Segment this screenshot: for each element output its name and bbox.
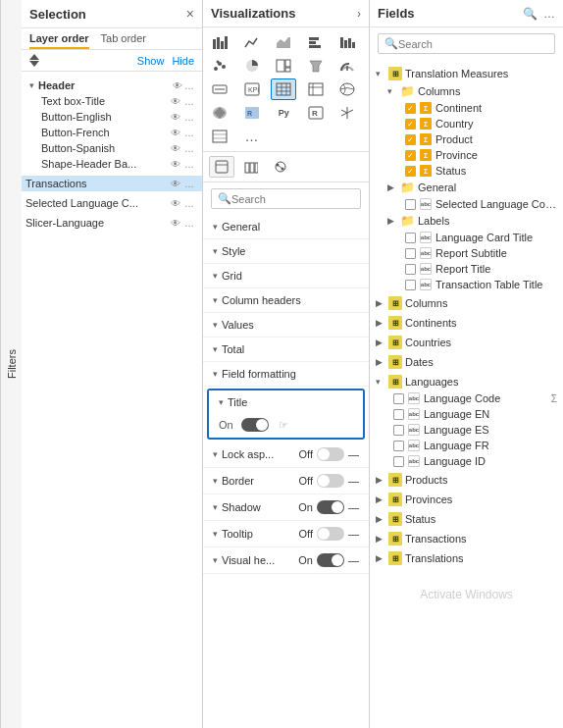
checkbox-status[interactable] [405,166,416,177]
viz-icon-more[interactable]: … [239,126,265,147]
title-toggle-switch[interactable] [241,418,269,432]
viz-icon-funnel[interactable] [303,55,329,77]
fields-search-icon[interactable]: 🔍 [523,7,537,21]
checkbox-language-es[interactable] [393,425,404,436]
selection-panel-close[interactable]: × [186,6,194,22]
format-section-values-header[interactable]: ▾ Values [203,313,369,337]
tree-item-country[interactable]: Σ Country [382,116,563,131]
format-analytics-icon[interactable] [268,156,293,178]
viz-icon-treemap[interactable] [271,55,296,77]
tree-group-header-languages[interactable]: ▾ ⊞ Languages [370,373,563,390]
tree-item-selected-language-code[interactable]: abc Selected Language Code [382,196,563,212]
format-section-border-header[interactable]: ▾ Border Off — [203,468,369,494]
viz-icon-card[interactable] [207,78,232,100]
tree-item-continent[interactable]: Σ Continent [382,100,563,116]
checkbox-report-subtitle[interactable] [405,248,416,259]
format-section-column-headers-header[interactable]: ▾ Column headers [203,288,369,312]
tree-group-header-columns-folder[interactable]: ▾ 📁 Columns [382,82,563,100]
format-section-lock-header[interactable]: ▾ Lock asp... Off — [203,442,369,467]
tree-item-language-fr[interactable]: abc Language FR [370,438,563,453]
viz-icon-bar2[interactable] [303,31,329,53]
visual-header-toggle[interactable] [317,553,344,567]
viz-icon-matrix[interactable] [303,78,329,100]
viz-icon-gauge[interactable] [334,55,360,77]
checkbox-province[interactable] [405,150,416,161]
format-section-grid-header[interactable]: ▾ Grid [203,264,369,287]
tab-layer-order[interactable]: Layer order [29,32,89,49]
format-section-field-formatting-header[interactable]: ▾ Field formatting [203,362,369,386]
viz-icon-r-script[interactable]: R [303,102,329,124]
tree-item-product[interactable]: Σ Product [382,131,563,147]
tree-item-status[interactable]: Σ Status [382,163,563,179]
tree-group-header-translation-measures[interactable]: ▾ ⊞ Translation Measures [370,65,563,82]
tree-group-header-countries[interactable]: ▶ ⊞ Countries [370,334,563,351]
viz-search-box[interactable]: 🔍 [211,188,361,209]
viz-icon-area[interactable] [271,31,296,53]
filters-sidebar[interactable]: Filters [0,0,22,728]
fields-more-icon[interactable]: … [543,7,555,21]
checkbox-language-code[interactable] [393,393,404,404]
fields-search-input[interactable] [398,38,548,50]
viz-icon-decomp[interactable] [334,102,360,124]
border-toggle[interactable] [317,474,344,488]
checkbox-report-title[interactable] [405,264,416,275]
shadow-toggle[interactable] [317,500,344,514]
viz-icon-map[interactable] [334,78,360,100]
viz-icon-python[interactable]: Py [271,102,296,124]
tree-item-transaction-table-title[interactable]: abc Transaction Table Title [382,277,563,292]
tree-item-report-subtitle[interactable]: abc Report Subtitle [382,245,563,261]
format-section-shadow-header[interactable]: ▾ Shadow On — [203,494,369,520]
tree-item-province[interactable]: Σ Province [382,147,563,163]
checkbox-country[interactable] [405,119,416,130]
viz-icon-scatter[interactable] [207,55,232,77]
tree-item-report-title[interactable]: abc Report Title [382,261,563,277]
sort-arrow-up[interactable] [29,54,39,60]
checkbox-language-en[interactable] [393,409,404,420]
tab-tab-order[interactable]: Tab order [101,32,146,49]
tree-item-language-es[interactable]: abc Language ES [370,422,563,438]
format-section-visual-header-row[interactable]: ▾ Visual he... On — [203,547,369,573]
layer-item-slicer-language[interactable]: Slicer-Language 👁 … [22,215,202,231]
layer-group-header-row[interactable]: ▾ Header 👁 … [22,78,202,93]
sort-arrow-down[interactable] [29,61,39,67]
checkbox-product[interactable] [405,134,416,145]
viz-icon-bar[interactable] [207,31,232,53]
tree-group-header-products[interactable]: ▶ ⊞ Products [370,471,563,489]
layer-item-button-french[interactable]: Button-French 👁 … [37,125,202,140]
layer-item-shape-header[interactable]: Shape-Header Ba... 👁 … [37,156,202,172]
format-paint-icon[interactable] [209,156,234,178]
tree-item-language-en[interactable]: abc Language EN [370,406,563,422]
viz-icon-filled-map[interactable] [207,102,232,124]
tree-group-header-columns[interactable]: ▶ ⊞ Columns [370,294,563,312]
checkbox-selected-language-code[interactable] [405,199,416,210]
layer-item-selected-language[interactable]: Selected Language C... 👁 … [22,195,202,211]
tree-group-header-translations[interactable]: ▶ ⊞ Translations [370,549,563,567]
checkbox-transaction-table-title[interactable] [405,280,416,290]
format-section-general-header[interactable]: ▾ General [203,215,369,238]
tree-group-header-provinces[interactable]: ▶ ⊞ Provinces [370,491,563,508]
layer-item-button-spanish[interactable]: Button-Spanish 👁 … [37,140,202,156]
viz-expand-chevron[interactable]: › [357,7,361,21]
format-section-tooltip-header[interactable]: ▾ Tooltip Off — [203,521,369,546]
format-column-icon[interactable] [238,156,264,178]
fields-search-box[interactable]: 🔍 [378,33,555,54]
viz-icon-shape[interactable] [207,126,232,147]
tree-group-header-dates[interactable]: ▶ ⊞ Dates [370,353,563,371]
checkbox-language-card-title[interactable] [405,233,416,243]
viz-icon-kpi[interactable]: KPI [239,78,265,100]
hide-button[interactable]: Hide [172,55,194,67]
tree-group-header-transactions[interactable]: ▶ ⊞ Transactions [370,530,563,547]
checkbox-continent[interactable] [405,103,416,114]
checkbox-language-id[interactable] [393,456,404,467]
viz-icon-table[interactable] [271,78,296,100]
tooltip-toggle[interactable] [317,527,344,541]
checkbox-language-fr[interactable] [393,441,404,451]
tree-item-language-card-title[interactable]: abc Language Card Title [382,230,563,245]
tree-group-header-labels-folder[interactable]: ▶ 📁 Labels [382,212,563,230]
tree-group-header-status[interactable]: ▶ ⊞ Status [370,510,563,528]
layer-item-button-english[interactable]: Button-English 👁 … [37,109,202,125]
title-toggle-track[interactable] [241,418,269,432]
format-section-title-header[interactable]: ▾ Title [209,390,363,414]
tree-group-header-general-folder[interactable]: ▶ 📁 General [382,179,563,196]
layer-item-transactions[interactable]: Transactions 👁 … [22,176,202,191]
